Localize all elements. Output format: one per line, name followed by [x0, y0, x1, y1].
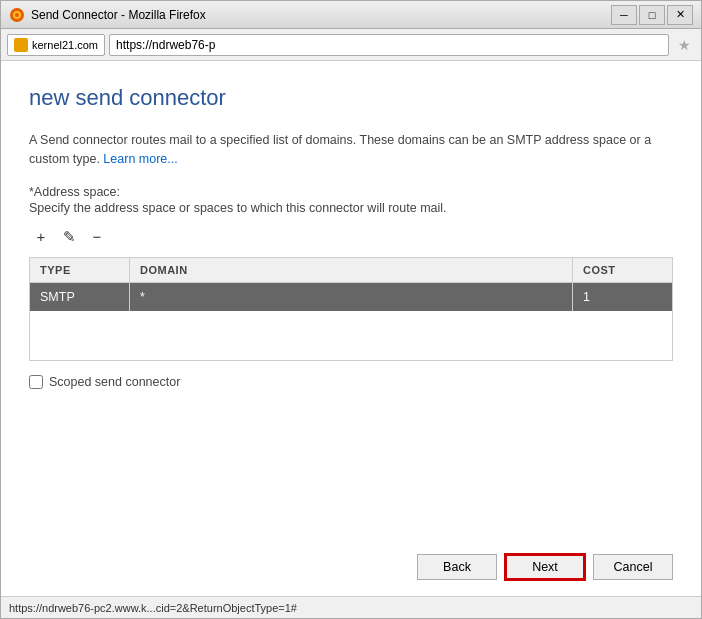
maximize-button[interactable]: □	[639, 5, 665, 25]
scoped-connector-label: Scoped send connector	[49, 375, 180, 389]
address-space-sublabel: Specify the address space or spaces to w…	[29, 201, 673, 215]
window-controls: ─ □ ✕	[611, 5, 693, 25]
learn-more-link[interactable]: Learn more...	[103, 152, 177, 166]
page-content: new send connector A Send connector rout…	[1, 61, 701, 542]
minimize-button[interactable]: ─	[611, 5, 637, 25]
address-bar: kernel21.com ★	[1, 29, 701, 61]
firefox-icon	[9, 7, 25, 23]
status-bar-text: https://ndrweb76-pc2.www.k...cid=2&Retur…	[9, 602, 297, 614]
next-button[interactable]: Next	[505, 554, 585, 580]
address-input[interactable]	[109, 34, 669, 56]
table-toolbar: + ✎ −	[29, 225, 673, 249]
table-row[interactable]: SMTP * 1	[30, 282, 673, 311]
table-empty-row	[30, 311, 673, 361]
scoped-connector-row: Scoped send connector	[29, 375, 673, 389]
site-favicon	[14, 38, 28, 52]
title-bar-text: Send Connector - Mozilla Firefox	[31, 8, 611, 22]
remove-button[interactable]: −	[85, 225, 109, 249]
cell-domain: *	[130, 282, 573, 311]
status-bar: https://ndrweb76-pc2.www.k...cid=2&Retur…	[1, 596, 701, 618]
cancel-button[interactable]: Cancel	[593, 554, 673, 580]
col-header-type: TYPE	[30, 257, 130, 282]
cell-type: SMTP	[30, 282, 130, 311]
site-label: kernel21.com	[32, 39, 98, 51]
cell-cost: 1	[573, 282, 673, 311]
add-button[interactable]: +	[29, 225, 53, 249]
address-space-table: TYPE DOMAIN COST SMTP * 1	[29, 257, 673, 362]
title-bar: Send Connector - Mozilla Firefox ─ □ ✕	[1, 1, 701, 29]
close-button[interactable]: ✕	[667, 5, 693, 25]
edit-button[interactable]: ✎	[57, 225, 81, 249]
col-header-domain: DOMAIN	[130, 257, 573, 282]
svg-point-2	[15, 13, 19, 17]
table-header-row: TYPE DOMAIN COST	[30, 257, 673, 282]
bookmark-star-icon[interactable]: ★	[673, 34, 695, 56]
address-space-label: *Address space:	[29, 185, 673, 199]
site-info: kernel21.com	[7, 34, 105, 56]
description-text: A Send connector routes mail to a specif…	[29, 131, 673, 169]
page-title: new send connector	[29, 85, 673, 111]
scoped-connector-checkbox[interactable]	[29, 375, 43, 389]
back-button[interactable]: Back	[417, 554, 497, 580]
button-bar: Back Next Cancel	[1, 542, 701, 596]
browser-window: Send Connector - Mozilla Firefox ─ □ ✕ k…	[0, 0, 702, 619]
col-header-cost: COST	[573, 257, 673, 282]
